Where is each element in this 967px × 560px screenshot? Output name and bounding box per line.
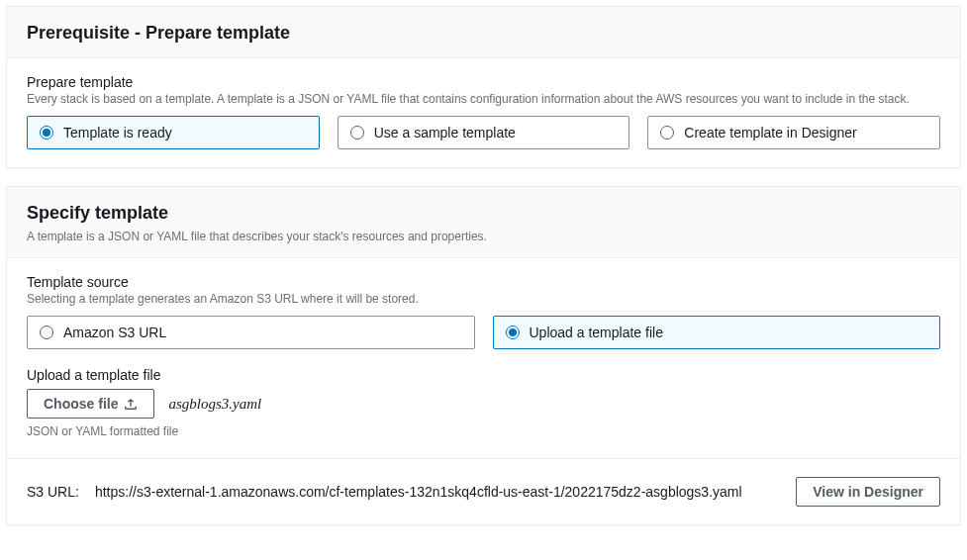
- prepare-template-options: Template is ready Use a sample template …: [27, 116, 940, 149]
- option-label: Use a sample template: [374, 125, 516, 140]
- option-create-designer[interactable]: Create template in Designer: [647, 116, 940, 149]
- s3-url-value: https://s3-external-1.amazonaws.com/cf-t…: [95, 484, 780, 500]
- radio-icon: [660, 126, 674, 140]
- template-source-hint: Selecting a template generates an Amazon…: [27, 292, 940, 306]
- radio-icon: [506, 326, 520, 339]
- choose-file-button[interactable]: Choose file: [27, 389, 154, 419]
- template-source-label: Template source: [27, 274, 940, 290]
- option-label: Amazon S3 URL: [63, 325, 166, 340]
- specify-template-header: Specify template A template is a JSON or…: [7, 187, 960, 258]
- prerequisite-panel: Prerequisite - Prepare template Prepare …: [6, 6, 961, 168]
- radio-icon: [350, 126, 364, 140]
- template-source-options: Amazon S3 URL Upload a template file: [27, 316, 940, 349]
- option-label: Create template in Designer: [684, 125, 856, 140]
- prerequisite-header: Prerequisite - Prepare template: [7, 7, 960, 58]
- option-sample-template[interactable]: Use a sample template: [338, 116, 630, 149]
- radio-icon: [40, 126, 53, 140]
- choose-file-label: Choose file: [44, 396, 118, 412]
- option-label: Upload a template file: [530, 325, 663, 340]
- view-in-designer-button[interactable]: View in Designer: [796, 477, 940, 507]
- s3-url-label: S3 URL:: [27, 484, 79, 500]
- option-label: Template is ready: [63, 125, 172, 140]
- specify-template-subtitle: A template is a JSON or YAML file that d…: [27, 230, 940, 243]
- option-s3-url[interactable]: Amazon S3 URL: [27, 316, 475, 349]
- uploaded-filename: asgblogs3.yaml: [168, 396, 261, 413]
- view-designer-label: View in Designer: [813, 484, 923, 500]
- specify-template-panel: Specify template A template is a JSON or…: [6, 186, 961, 525]
- option-upload-file[interactable]: Upload a template file: [493, 316, 941, 349]
- specify-template-title: Specify template: [27, 203, 940, 224]
- prepare-template-hint: Every stack is based on a template. A te…: [27, 92, 940, 106]
- radio-icon: [40, 326, 53, 339]
- divider: [7, 458, 960, 459]
- prerequisite-title: Prerequisite - Prepare template: [27, 23, 940, 44]
- upload-file-label: Upload a template file: [27, 367, 940, 383]
- option-template-ready[interactable]: Template is ready: [27, 116, 320, 149]
- prepare-template-label: Prepare template: [27, 74, 940, 90]
- file-format-hint: JSON or YAML formatted file: [27, 424, 940, 438]
- upload-icon: [124, 397, 138, 411]
